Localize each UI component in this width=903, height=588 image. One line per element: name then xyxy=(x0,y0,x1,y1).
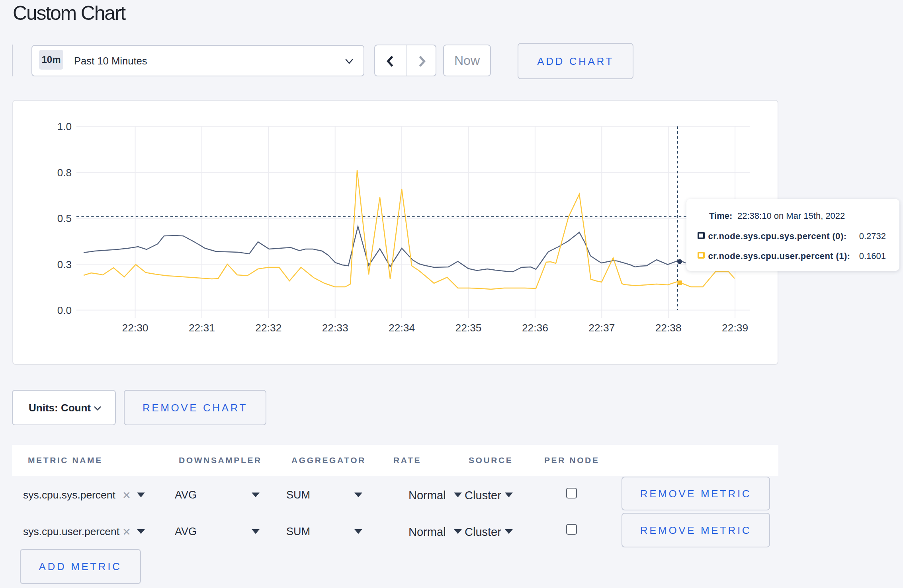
svg-text:22:39: 22:39 xyxy=(722,322,748,334)
svg-text:1.0: 1.0 xyxy=(57,121,72,132)
svg-text:0.0: 0.0 xyxy=(57,304,72,316)
svg-text:22:31: 22:31 xyxy=(189,322,215,334)
svg-text:22:35: 22:35 xyxy=(455,322,481,334)
svg-text:22:36: 22:36 xyxy=(522,322,548,334)
svg-text:22:32: 22:32 xyxy=(255,322,281,334)
svg-text:0.5: 0.5 xyxy=(57,212,72,224)
svg-text:22:34: 22:34 xyxy=(389,322,415,334)
svg-text:0.8: 0.8 xyxy=(57,167,72,179)
svg-text:0.3: 0.3 xyxy=(57,259,72,271)
svg-text:22:30: 22:30 xyxy=(122,322,148,334)
svg-text:22:38: 22:38 xyxy=(655,322,682,334)
svg-text:22:37: 22:37 xyxy=(588,322,615,334)
svg-text:22:33: 22:33 xyxy=(322,322,348,334)
